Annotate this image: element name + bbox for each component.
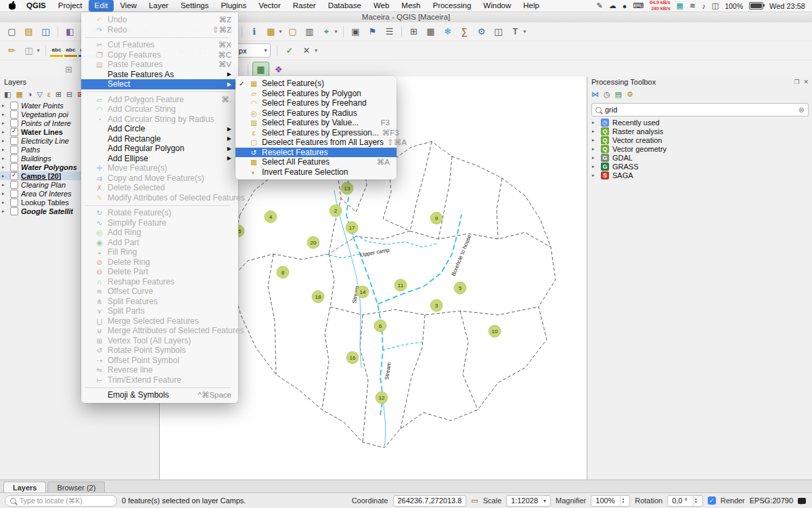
menu-item-rotate-features[interactable]: ✓ ↻ Rotate Feature(s) ▶ (81, 208, 238, 218)
menu-item-modify-attributes[interactable]: ✓ ✎ Modify Attributes of Selected Featur… (81, 193, 238, 203)
menu-item-paste-features[interactable]: ✓ ▤ Paste Features ⌘V ▶ (81, 60, 238, 70)
disclosure-triangle-icon[interactable]: ▸ (2, 209, 7, 214)
menu-item-invert-selection[interactable]: ✓ ◐ Invert Feature Selection ▶ (235, 167, 397, 177)
clear-button[interactable]: ✕ (298, 43, 314, 58)
close-panel-icon[interactable]: ✕ (803, 79, 809, 85)
scale-combobox[interactable]: 1:12028 ▾ (506, 495, 551, 507)
identify-button[interactable]: ℹ (246, 24, 262, 39)
label-options-button[interactable]: abc (50, 45, 63, 57)
camp-marker[interactable]: 18 (312, 291, 324, 303)
cloud-icon[interactable]: ☁ (609, 1, 616, 10)
snapping-button[interactable]: ❄ (440, 24, 455, 39)
layer-visibility-checkbox[interactable] (10, 198, 18, 207)
menu-item-select[interactable]: ✓ Select ▶ (81, 79, 238, 89)
menu-item-select-by-radius[interactable]: ✓ ◎ Select Features by Radius ▶ (235, 108, 397, 119)
menu-item-rotate-point-symbols[interactable]: ✓ ↺ Rotate Point Symbols ▶ (81, 345, 238, 356)
locate-search-field[interactable]: Type to locate (⌘K) (5, 495, 117, 507)
layer-visibility-checkbox[interactable] (10, 110, 18, 119)
layer-visibility-checkbox[interactable] (10, 207, 18, 215)
control-center-icon[interactable]: ◫ (712, 1, 719, 10)
layer-visibility-checkbox[interactable] (10, 137, 18, 145)
disclosure-triangle-icon[interactable]: ▸ (592, 146, 597, 152)
menu-item-fill-ring[interactable]: ✓ ◒ Fill Ring ▶ (81, 247, 238, 257)
disclosure-triangle-icon[interactable]: ▸ (2, 138, 7, 144)
apple-menu-icon[interactable] (8, 1, 16, 10)
battery-icon[interactable] (749, 2, 763, 9)
disclosure-triangle-icon[interactable]: ▸ (592, 164, 597, 169)
options-icon[interactable]: ⚙ (627, 90, 633, 99)
results-viewer-icon[interactable]: ▤ (615, 90, 622, 99)
menu-item-simplify-feature[interactable]: ✓ ∿ Simplify Feature ▶ (81, 218, 238, 228)
history-icon[interactable]: ◷ (604, 90, 610, 99)
menu-item-deselect-all-layers[interactable]: ✓ ▢ Deselect Features from All Layers ⇧⌘… (235, 137, 397, 148)
menu-item-reverse-line[interactable]: ✓ ⇋ Reverse line ▶ (81, 365, 238, 375)
magnifier-spinner[interactable]: 100% ▴▾ (591, 495, 630, 507)
measure-button[interactable]: ⌖ (319, 24, 334, 39)
data-source-manager-button[interactable]: ☰ (382, 24, 397, 39)
camp-marker[interactable]: 20 (307, 236, 319, 249)
spinner-arrows-icon[interactable]: ▴▾ (620, 496, 625, 506)
layer-visibility-checkbox[interactable] (10, 181, 18, 189)
collapse-all-icon[interactable]: ⊟ (66, 90, 72, 99)
menu-item-redo[interactable]: ✓ ↷ Redo ⇧⌘Z ▶ (81, 25, 238, 35)
vertex-tool-button[interactable]: ⊞ (61, 62, 76, 77)
camp-marker[interactable]: 12 (376, 391, 388, 404)
menu-item-add-rectangle[interactable]: ✓ Add Rectangle ▶ (81, 134, 238, 144)
add-group-icon[interactable]: ▦ (16, 90, 22, 99)
more-dropdown-caret[interactable]: ▾ (313, 43, 319, 58)
disclosure-triangle-icon[interactable]: ▸ (592, 137, 597, 143)
disclosure-triangle-icon[interactable]: ▸ (2, 182, 7, 188)
menubar-settings[interactable]: Settings (175, 0, 215, 12)
layer-visibility-checkbox[interactable] (10, 172, 18, 180)
menu-item-paste-features-as[interactable]: ✓ Paste Features As ▶ (81, 70, 238, 80)
menu-item-offset-point-symbol[interactable]: ✓ ⇢ Offset Point Symbol ▶ (81, 356, 238, 366)
camp-marker[interactable]: 6 (374, 320, 386, 332)
bookmarks-button[interactable]: ⚑ (365, 24, 380, 39)
menu-item-add-polygon-feature[interactable]: ✓ ▱ Add Polygon Feature ⌘. ▶ (81, 95, 238, 105)
toolbox-item-saga[interactable]: ▸ S SAGA (587, 171, 812, 179)
menu-item-copy-features[interactable]: ✓ ❐ Copy Features ⌘C ▶ (81, 50, 238, 60)
spinner-arrows-icon[interactable]: ▴▾ (693, 496, 698, 506)
menubar-project[interactable]: Project (52, 0, 89, 12)
menubar-plugins[interactable]: Plugins (215, 0, 252, 12)
layer-visibility-checkbox[interactable] (10, 119, 18, 127)
disclosure-triangle-icon[interactable]: ▸ (592, 155, 597, 161)
camp-marker[interactable]: 11 (394, 279, 407, 291)
camp-marker[interactable]: 8 (277, 266, 289, 278)
menubar-edit[interactable]: Edit (89, 0, 114, 12)
menu-item-copy-move-features[interactable]: ✓ ⇉ Copy and Move Feature(s) ▶ (81, 173, 238, 184)
menubar-layer[interactable]: Layer (143, 0, 175, 12)
menu-item-emoji-symbols[interactable]: ✓ Emoji & Symbols ^⌘Space ▶ (81, 390, 238, 400)
menu-item-select-by-value[interactable]: ✓ ▥ Select Features by Value... F3 ▶ (235, 118, 397, 128)
disclosure-triangle-icon[interactable]: ▸ (2, 156, 7, 161)
record-dot-icon[interactable]: ● (623, 2, 627, 10)
render-checkbox[interactable]: ✓ (708, 496, 716, 505)
menu-item-select-by-freehand[interactable]: ✓ ◠ Select Features by Freehand ▶ (235, 98, 397, 108)
volume-icon[interactable]: ♪ (702, 2, 706, 10)
toolbox-item-vector-creation[interactable]: ▸ Q Vector creation (587, 135, 812, 144)
menubar-processing[interactable]: Processing (426, 0, 477, 12)
statistics-button[interactable]: ∑ (457, 24, 472, 39)
disclosure-triangle-icon[interactable]: ▸ (2, 191, 7, 196)
menu-item-reshape-features[interactable]: ✓ ∩ Reshape Features ▶ (81, 277, 238, 287)
istat-grid-icon[interactable]: ▦ (677, 1, 683, 10)
menubar-web[interactable]: Web (367, 0, 395, 12)
save-project-button[interactable]: ◫ (38, 24, 53, 39)
expression-filter-icon[interactable]: ε (47, 90, 51, 98)
tracing-toggle-button[interactable]: ✓ (281, 43, 297, 58)
menubar-clock[interactable]: Wed 23:58 (769, 2, 805, 10)
camp-marker[interactable]: 16 (346, 352, 359, 364)
menu-item-delete-selected[interactable]: ✓ ✗ Delete Selected ▶ (81, 183, 238, 193)
new-project-button[interactable]: ▢ (4, 24, 20, 39)
menubar-raster[interactable]: Raster (287, 0, 322, 12)
toolbox-item-gdal[interactable]: ▸ G GDAL (587, 153, 812, 162)
menu-item-add-part[interactable]: ✓ ◉ Add Part ▶ (81, 238, 238, 248)
save-edits-button[interactable]: ◫ (21, 43, 37, 58)
disclosure-triangle-icon[interactable]: ▸ (2, 129, 7, 135)
manage-themes-icon[interactable]: ◑ (28, 90, 32, 98)
menu-item-reselect-features[interactable]: ✓ ↺ Reselect Features ▶ (235, 148, 397, 158)
toggle-editing-button[interactable]: ✏ (4, 43, 20, 58)
menu-item-add-regular-polygon[interactable]: ✓ Add Regular Polygon ▶ (81, 144, 238, 154)
disclosure-triangle-icon[interactable]: ▸ (592, 129, 597, 134)
menu-item-add-ellipse[interactable]: ✓ Add Ellipse ▶ (81, 154, 238, 164)
